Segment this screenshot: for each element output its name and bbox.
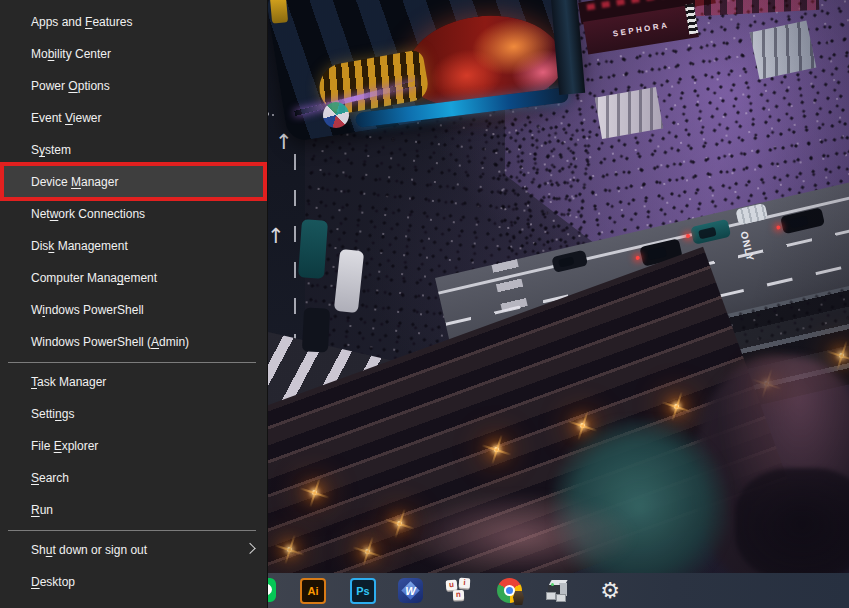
menu-item-windows-powershell-admin[interactable]: Windows PowerShell (Admin) bbox=[0, 326, 267, 358]
menu-item-label: Event Viewer bbox=[31, 111, 102, 125]
sephora-sign-text: SEPHORA bbox=[612, 21, 670, 39]
uin-keys-icon: u i n bbox=[446, 578, 473, 602]
menu-item-label: Shut down or sign out bbox=[31, 543, 147, 557]
menu-item-label: Run bbox=[31, 503, 53, 517]
menu-item-search[interactable]: Search bbox=[0, 462, 267, 494]
taskbar-icon-photoshop[interactable]: Ps bbox=[350, 578, 376, 604]
street-lamp bbox=[674, 404, 679, 409]
street-lamp bbox=[365, 549, 370, 554]
street-lamp bbox=[397, 521, 402, 526]
yellow-taxi bbox=[270, 0, 288, 24]
blurred-foreground bbox=[405, 492, 637, 573]
menu-item-settings[interactable]: Settings bbox=[0, 398, 267, 430]
taskbar-icon-illustrator[interactable]: Ai bbox=[300, 578, 326, 604]
submenu-arrow-icon bbox=[244, 543, 255, 554]
only-road-marking: ONLY bbox=[739, 230, 757, 263]
menu-item-label: Apps and Features bbox=[31, 15, 132, 29]
taskbar-icon-uin[interactable]: u i n bbox=[446, 578, 472, 604]
taskbar-icon-machine[interactable] bbox=[544, 578, 570, 604]
chrome-icon bbox=[497, 578, 522, 603]
menu-item-shut-down-or-sign-out[interactable]: Shut down or sign out bbox=[0, 534, 267, 566]
wps-office-icon: W bbox=[398, 578, 423, 603]
menu-item-power-options[interactable]: Power Options bbox=[0, 70, 267, 102]
menu-item-run[interactable]: Run bbox=[0, 494, 267, 526]
menu-separator bbox=[8, 362, 256, 363]
adobe-illustrator-icon: Ai bbox=[300, 578, 326, 604]
menu-item-device-manager[interactable]: Device Manager bbox=[0, 166, 267, 198]
menu-item-label: Settings bbox=[31, 407, 74, 421]
menu-item-label: Computer Management bbox=[31, 271, 157, 285]
menu-item-label: File Explorer bbox=[31, 439, 98, 453]
menu-item-label: Power Options bbox=[31, 79, 110, 93]
menu-item-label: System bbox=[31, 143, 71, 157]
car bbox=[298, 219, 328, 279]
toy-figure-icon bbox=[513, 591, 524, 605]
street-lamp bbox=[287, 547, 292, 552]
menu-item-label: Desktop bbox=[31, 575, 75, 589]
taskbar-icon-wps[interactable]: W bbox=[398, 578, 424, 604]
menu-item-event-viewer[interactable]: Event Viewer bbox=[0, 102, 267, 134]
blurred-foreground bbox=[735, 468, 849, 573]
winx-menu-list: Apps and Features Mobility Center Power … bbox=[0, 0, 267, 598]
taskbar-icon-settings[interactable]: ⚙ bbox=[597, 578, 623, 604]
menu-item-label: Disk Management bbox=[31, 239, 128, 253]
car bbox=[551, 250, 588, 273]
desktop-wallpaper: ↑ ↑ ↑ SEPHORA ONLY bbox=[267, 0, 849, 573]
taskbar: Ai Ps W u i n ⚙ bbox=[267, 573, 849, 608]
menu-item-desktop[interactable]: Desktop bbox=[0, 566, 267, 598]
road-arrow-icon: ↑ bbox=[275, 132, 293, 153]
machine-tool-icon bbox=[544, 578, 570, 602]
menu-item-label: Network Connections bbox=[31, 207, 145, 221]
menu-item-windows-powershell[interactable]: Windows PowerShell bbox=[0, 294, 267, 326]
menu-item-label: Mobility Center bbox=[31, 47, 111, 61]
menu-separator bbox=[8, 530, 256, 531]
street-lamp bbox=[839, 353, 844, 358]
winx-menu: Apps and Features Mobility Center Power … bbox=[0, 0, 268, 608]
menu-item-label: Device Manager bbox=[31, 175, 118, 189]
desktop-screen: ↑ ↑ ↑ SEPHORA ONLY bbox=[0, 0, 849, 608]
menu-item-label: Search bbox=[31, 471, 69, 485]
street-lamp bbox=[494, 447, 499, 452]
menu-item-computer-management[interactable]: Computer Management bbox=[0, 262, 267, 294]
menu-item-label: Windows PowerShell bbox=[31, 303, 144, 317]
tail-light bbox=[635, 255, 640, 260]
settings-gear-icon: ⚙ bbox=[597, 578, 623, 604]
menu-item-label: Windows PowerShell (Admin) bbox=[31, 335, 189, 349]
tail-light bbox=[686, 234, 691, 239]
car bbox=[302, 307, 330, 352]
menu-item-label: Task Manager bbox=[31, 375, 106, 389]
adobe-photoshop-icon: Ps bbox=[350, 578, 376, 604]
street-lamp bbox=[312, 490, 317, 495]
menu-item-system[interactable]: System bbox=[0, 134, 267, 166]
taskbar-icon-chrome[interactable] bbox=[497, 578, 523, 604]
menu-item-file-explorer[interactable]: File Explorer bbox=[0, 430, 267, 462]
menu-item-apps-and-features[interactable]: Apps and Features bbox=[0, 6, 267, 38]
menu-item-task-manager[interactable]: Task Manager bbox=[0, 366, 267, 398]
road-arrow-icon: ↑ bbox=[267, 226, 285, 247]
tail-light bbox=[776, 225, 781, 230]
menu-item-mobility-center[interactable]: Mobility Center bbox=[0, 38, 267, 70]
menu-item-network-connections[interactable]: Network Connections bbox=[0, 198, 267, 230]
car bbox=[690, 219, 731, 245]
menu-item-disk-management[interactable]: Disk Management bbox=[0, 230, 267, 262]
